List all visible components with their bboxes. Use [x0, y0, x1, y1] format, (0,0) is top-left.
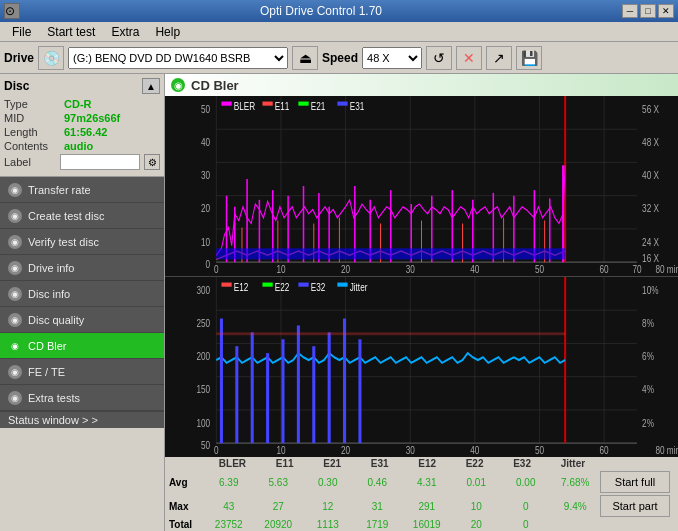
start-full-button[interactable]: Start full [600, 471, 670, 493]
nav-disc-quality[interactable]: ◉ Disc quality [0, 307, 164, 333]
drive-info-icon: ◉ [8, 261, 22, 275]
menu-help[interactable]: Help [147, 23, 188, 41]
menu-extra[interactable]: Extra [103, 23, 147, 41]
drive-icon: 💿 [38, 46, 64, 70]
svg-text:32 X: 32 X [642, 202, 659, 214]
nav-cd-bler-label: CD Bler [28, 340, 67, 352]
type-label: Type [4, 98, 64, 110]
avg-label: Avg [169, 477, 204, 488]
chart-top: BLER E11 E21 E31 50 40 30 20 10 0 56 X [165, 96, 678, 277]
total-e21: 1113 [308, 519, 348, 530]
col-bler: BLER [219, 458, 246, 469]
avg-e12: 4.31 [407, 477, 447, 488]
export-button[interactable]: ↗ [486, 46, 512, 70]
max-bler: 43 [209, 501, 249, 512]
max-e22: 10 [456, 501, 496, 512]
svg-text:250: 250 [196, 317, 210, 329]
disc-section: Disc ▲ Type CD-R MID 97m26s66f Length 61… [0, 74, 164, 177]
nav-verify-test-disc-label: Verify test disc [28, 236, 99, 248]
mid-value: 97m26s66f [64, 112, 120, 124]
svg-text:8%: 8% [642, 317, 654, 329]
speed-select[interactable]: 48 X [362, 47, 422, 69]
left-panel: Disc ▲ Type CD-R MID 97m26s66f Length 61… [0, 74, 165, 531]
total-e31: 1719 [357, 519, 397, 530]
svg-text:E21: E21 [311, 100, 326, 112]
nav-disc-info[interactable]: ◉ Disc info [0, 281, 164, 307]
disc-info-icon: ◉ [8, 287, 22, 301]
svg-rect-90 [262, 283, 272, 287]
svg-text:50: 50 [535, 263, 545, 275]
menu-start-test[interactable]: Start test [39, 23, 103, 41]
svg-rect-20 [337, 102, 347, 106]
nav-disc-quality-label: Disc quality [28, 314, 84, 326]
nav-drive-info-label: Drive info [28, 262, 74, 274]
nav-verify-test-disc[interactable]: ◉ Verify test disc [0, 229, 164, 255]
svg-text:E11: E11 [275, 100, 290, 112]
eject-button[interactable]: ⏏ [292, 46, 318, 70]
svg-text:0: 0 [214, 263, 219, 275]
svg-rect-14 [221, 102, 231, 106]
col-e21: E21 [323, 458, 341, 469]
extra-tests-icon: ◉ [8, 391, 22, 405]
svg-text:10: 10 [276, 444, 286, 456]
disc-eject-button[interactable]: ▲ [142, 78, 160, 94]
main-layout: Disc ▲ Type CD-R MID 97m26s66f Length 61… [0, 74, 678, 531]
max-e12: 291 [407, 501, 447, 512]
save-button[interactable]: 💾 [516, 46, 542, 70]
window-controls: ─ □ ✕ [622, 4, 674, 18]
max-e21: 12 [308, 501, 348, 512]
nav-cd-bler[interactable]: ◉ CD Bler [0, 333, 164, 359]
nav-transfer-rate[interactable]: ◉ Transfer rate [0, 177, 164, 203]
svg-text:60: 60 [600, 263, 610, 275]
close-button[interactable]: ✕ [658, 4, 674, 18]
svg-text:40: 40 [470, 263, 480, 275]
svg-text:60: 60 [600, 444, 610, 456]
svg-text:30: 30 [406, 444, 416, 456]
nav-create-test-disc-label: Create test disc [28, 210, 104, 222]
nav-fe-te[interactable]: ◉ FE / TE [0, 359, 164, 385]
nav-drive-info[interactable]: ◉ Drive info [0, 255, 164, 281]
total-e22: 20 [456, 519, 496, 530]
svg-text:10%: 10% [642, 283, 659, 295]
svg-text:BLER: BLER [234, 100, 255, 112]
label-settings-button[interactable]: ⚙ [144, 154, 160, 170]
svg-text:Jitter: Jitter [350, 281, 368, 293]
status-window-button[interactable]: Status window > > [0, 411, 164, 428]
svg-text:40: 40 [201, 136, 211, 148]
svg-text:24 X: 24 X [642, 235, 659, 247]
menu-file[interactable]: File [4, 23, 39, 41]
nav-create-test-disc[interactable]: ◉ Create test disc [0, 203, 164, 229]
titlebar: ⊙ Opti Drive Control 1.70 ─ □ ✕ [0, 0, 678, 22]
minimize-button[interactable]: ─ [622, 4, 638, 18]
col-e32: E32 [513, 458, 531, 469]
svg-text:6%: 6% [642, 350, 654, 362]
svg-text:10: 10 [201, 235, 211, 247]
maximize-button[interactable]: □ [640, 4, 656, 18]
svg-text:20: 20 [201, 202, 211, 214]
clear-button[interactable]: ✕ [456, 46, 482, 70]
disc-title: Disc [4, 79, 29, 93]
svg-rect-92 [298, 283, 308, 287]
svg-rect-74 [165, 277, 678, 457]
total-jitter [555, 519, 595, 530]
max-e31: 31 [357, 501, 397, 512]
svg-text:0: 0 [214, 444, 219, 456]
top-chart-svg: BLER E11 E21 E31 50 40 30 20 10 0 56 X [165, 96, 678, 276]
label-input[interactable] [60, 154, 140, 170]
max-e11: 27 [258, 501, 298, 512]
menubar: File Start test Extra Help [0, 22, 678, 42]
drive-select[interactable]: (G:) BENQ DVD DD DW1640 BSRB [68, 47, 288, 69]
svg-text:40 X: 40 X [642, 169, 659, 181]
nav-transfer-rate-label: Transfer rate [28, 184, 91, 196]
svg-text:2%: 2% [642, 416, 654, 428]
max-label: Max [169, 501, 204, 512]
type-value: CD-R [64, 98, 92, 110]
nav-extra-tests[interactable]: ◉ Extra tests [0, 385, 164, 411]
chart-icon: ◉ [171, 78, 185, 92]
avg-jitter: 7.68% [555, 477, 595, 488]
start-part-button[interactable]: Start part [600, 495, 670, 517]
drive-label: Drive [4, 51, 34, 65]
refresh-button[interactable]: ↺ [426, 46, 452, 70]
disc-quality-icon: ◉ [8, 313, 22, 327]
right-panel: ◉ CD Bler [165, 74, 678, 531]
